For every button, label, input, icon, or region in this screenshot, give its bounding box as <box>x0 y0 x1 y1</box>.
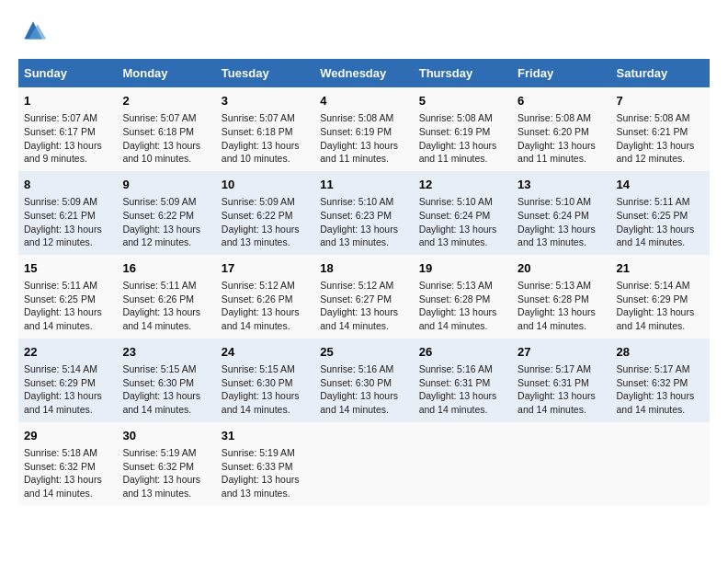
day-number: 23 <box>122 344 210 361</box>
calendar-cell: 8Sunrise: 5:09 AM Sunset: 6:21 PM Daylig… <box>18 171 117 255</box>
day-number: 30 <box>122 428 210 444</box>
day-number: 29 <box>24 428 111 444</box>
calendar-cell: 18Sunrise: 5:12 AM Sunset: 6:27 PM Dayli… <box>314 255 413 339</box>
calendar-cell: 24Sunrise: 5:15 AM Sunset: 6:30 PM Dayli… <box>216 339 314 422</box>
week-row-1: 1Sunrise: 5:07 AM Sunset: 6:17 PM Daylig… <box>18 87 710 171</box>
day-number: 2 <box>122 93 210 109</box>
weekday-header-wednesday: Wednesday <box>314 59 413 87</box>
logo <box>18 18 51 44</box>
calendar-cell: 2Sunrise: 5:07 AM Sunset: 6:18 PM Daylig… <box>117 87 215 171</box>
calendar-cell: 19Sunrise: 5:13 AM Sunset: 6:28 PM Dayli… <box>414 255 512 339</box>
day-number: 6 <box>518 93 605 109</box>
day-number: 9 <box>122 177 210 193</box>
day-number: 15 <box>24 260 111 277</box>
day-info: Sunrise: 5:10 AM Sunset: 6:23 PM Dayligh… <box>320 195 407 249</box>
calendar-cell: 9Sunrise: 5:09 AM Sunset: 6:22 PM Daylig… <box>117 171 215 255</box>
day-info: Sunrise: 5:12 AM Sunset: 6:26 PM Dayligh… <box>222 279 309 333</box>
calendar-cell: 5Sunrise: 5:08 AM Sunset: 6:19 PM Daylig… <box>414 87 512 171</box>
day-info: Sunrise: 5:09 AM Sunset: 6:21 PM Dayligh… <box>24 195 111 249</box>
day-info: Sunrise: 5:15 AM Sunset: 6:30 PM Dayligh… <box>122 362 210 417</box>
calendar-cell: 20Sunrise: 5:13 AM Sunset: 6:28 PM Dayli… <box>512 255 610 339</box>
calendar-cell: 30Sunrise: 5:19 AM Sunset: 6:32 PM Dayli… <box>117 422 215 506</box>
calendar-cell <box>611 422 710 506</box>
day-info: Sunrise: 5:19 AM Sunset: 6:32 PM Dayligh… <box>122 446 210 500</box>
calendar-cell: 13Sunrise: 5:10 AM Sunset: 6:24 PM Dayli… <box>512 171 610 255</box>
day-number: 1 <box>24 93 111 109</box>
week-row-5: 29Sunrise: 5:18 AM Sunset: 6:32 PM Dayli… <box>18 422 710 506</box>
calendar-cell: 1Sunrise: 5:07 AM Sunset: 6:17 PM Daylig… <box>18 87 117 171</box>
logo-icon <box>18 18 48 44</box>
day-info: Sunrise: 5:10 AM Sunset: 6:24 PM Dayligh… <box>518 195 605 249</box>
day-info: Sunrise: 5:07 AM Sunset: 6:18 PM Dayligh… <box>122 111 210 166</box>
calendar-cell: 31Sunrise: 5:19 AM Sunset: 6:33 PM Dayli… <box>216 422 314 506</box>
day-number: 19 <box>419 260 506 277</box>
day-info: Sunrise: 5:14 AM Sunset: 6:29 PM Dayligh… <box>24 362 111 417</box>
day-info: Sunrise: 5:12 AM Sunset: 6:27 PM Dayligh… <box>320 279 407 333</box>
calendar-cell: 3Sunrise: 5:07 AM Sunset: 6:18 PM Daylig… <box>216 87 314 171</box>
week-row-2: 8Sunrise: 5:09 AM Sunset: 6:21 PM Daylig… <box>18 171 710 255</box>
calendar-cell <box>314 422 413 506</box>
weekday-header-tuesday: Tuesday <box>216 59 314 87</box>
day-info: Sunrise: 5:10 AM Sunset: 6:24 PM Dayligh… <box>419 195 506 249</box>
calendar-cell <box>512 422 610 506</box>
calendar-cell: 25Sunrise: 5:16 AM Sunset: 6:30 PM Dayli… <box>314 339 413 422</box>
calendar-cell: 22Sunrise: 5:14 AM Sunset: 6:29 PM Dayli… <box>18 339 117 422</box>
day-number: 4 <box>320 93 407 109</box>
day-info: Sunrise: 5:11 AM Sunset: 6:25 PM Dayligh… <box>617 195 704 249</box>
day-info: Sunrise: 5:08 AM Sunset: 6:19 PM Dayligh… <box>320 111 407 166</box>
day-number: 5 <box>419 93 506 109</box>
day-info: Sunrise: 5:11 AM Sunset: 6:26 PM Dayligh… <box>122 279 210 333</box>
day-number: 12 <box>419 177 506 193</box>
day-number: 18 <box>320 260 407 277</box>
day-number: 24 <box>222 344 309 361</box>
calendar-cell: 15Sunrise: 5:11 AM Sunset: 6:25 PM Dayli… <box>18 255 117 339</box>
weekday-header-friday: Friday <box>512 59 610 87</box>
calendar-cell: 11Sunrise: 5:10 AM Sunset: 6:23 PM Dayli… <box>314 171 413 255</box>
day-info: Sunrise: 5:09 AM Sunset: 6:22 PM Dayligh… <box>222 195 309 249</box>
day-info: Sunrise: 5:18 AM Sunset: 6:32 PM Dayligh… <box>24 446 111 500</box>
day-number: 10 <box>222 177 309 193</box>
day-info: Sunrise: 5:19 AM Sunset: 6:33 PM Dayligh… <box>222 446 309 500</box>
weekday-header-row: SundayMondayTuesdayWednesdayThursdayFrid… <box>18 59 710 87</box>
weekday-header-thursday: Thursday <box>414 59 512 87</box>
calendar-cell: 7Sunrise: 5:08 AM Sunset: 6:21 PM Daylig… <box>611 87 710 171</box>
calendar-cell: 17Sunrise: 5:12 AM Sunset: 6:26 PM Dayli… <box>216 255 314 339</box>
day-info: Sunrise: 5:14 AM Sunset: 6:29 PM Dayligh… <box>617 279 704 333</box>
day-info: Sunrise: 5:17 AM Sunset: 6:31 PM Dayligh… <box>518 362 605 417</box>
day-number: 21 <box>617 260 704 277</box>
day-info: Sunrise: 5:17 AM Sunset: 6:32 PM Dayligh… <box>617 362 704 417</box>
calendar-cell: 23Sunrise: 5:15 AM Sunset: 6:30 PM Dayli… <box>117 339 215 422</box>
day-info: Sunrise: 5:08 AM Sunset: 6:19 PM Dayligh… <box>419 111 506 166</box>
calendar-cell: 6Sunrise: 5:08 AM Sunset: 6:20 PM Daylig… <box>512 87 610 171</box>
calendar-cell: 26Sunrise: 5:16 AM Sunset: 6:31 PM Dayli… <box>414 339 512 422</box>
calendar-cell <box>414 422 512 506</box>
weekday-header-saturday: Saturday <box>611 59 710 87</box>
day-info: Sunrise: 5:08 AM Sunset: 6:21 PM Dayligh… <box>617 111 704 166</box>
calendar-cell: 14Sunrise: 5:11 AM Sunset: 6:25 PM Dayli… <box>611 171 710 255</box>
day-info: Sunrise: 5:15 AM Sunset: 6:30 PM Dayligh… <box>222 362 309 417</box>
day-number: 28 <box>617 344 704 361</box>
header <box>18 18 710 44</box>
day-info: Sunrise: 5:09 AM Sunset: 6:22 PM Dayligh… <box>122 195 210 249</box>
day-number: 7 <box>617 93 704 109</box>
day-number: 22 <box>24 344 111 361</box>
calendar-cell: 29Sunrise: 5:18 AM Sunset: 6:32 PM Dayli… <box>18 422 117 506</box>
day-info: Sunrise: 5:13 AM Sunset: 6:28 PM Dayligh… <box>518 279 605 333</box>
week-row-4: 22Sunrise: 5:14 AM Sunset: 6:29 PM Dayli… <box>18 339 710 422</box>
day-number: 31 <box>222 428 309 444</box>
calendar-cell: 16Sunrise: 5:11 AM Sunset: 6:26 PM Dayli… <box>117 255 215 339</box>
day-number: 16 <box>122 260 210 277</box>
week-row-3: 15Sunrise: 5:11 AM Sunset: 6:25 PM Dayli… <box>18 255 710 339</box>
day-number: 8 <box>24 177 111 193</box>
day-number: 14 <box>617 177 704 193</box>
day-number: 11 <box>320 177 407 193</box>
day-info: Sunrise: 5:11 AM Sunset: 6:25 PM Dayligh… <box>24 279 111 333</box>
day-number: 20 <box>518 260 605 277</box>
day-number: 17 <box>222 260 309 277</box>
day-number: 25 <box>320 344 407 361</box>
calendar-cell: 4Sunrise: 5:08 AM Sunset: 6:19 PM Daylig… <box>314 87 413 171</box>
weekday-header-monday: Monday <box>117 59 215 87</box>
day-info: Sunrise: 5:08 AM Sunset: 6:20 PM Dayligh… <box>518 111 605 166</box>
day-info: Sunrise: 5:07 AM Sunset: 6:18 PM Dayligh… <box>222 111 309 166</box>
calendar-cell: 28Sunrise: 5:17 AM Sunset: 6:32 PM Dayli… <box>611 339 710 422</box>
